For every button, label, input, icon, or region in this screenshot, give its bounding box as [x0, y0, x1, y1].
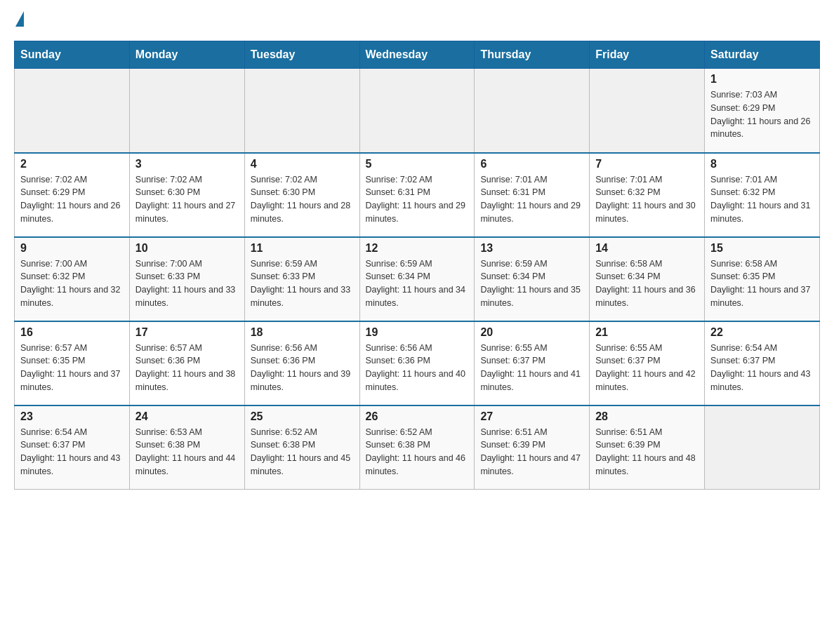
day-number: 4 [251, 158, 354, 170]
calendar-cell [244, 69, 359, 153]
day-info: Sunrise: 7:02 AMSunset: 6:30 PMDaylight:… [251, 173, 354, 226]
weekday-header-wednesday: Wednesday [359, 41, 475, 69]
day-info: Sunrise: 6:56 AMSunset: 6:36 PMDaylight:… [366, 342, 469, 394]
day-number: 5 [366, 158, 469, 170]
weekday-header-tuesday: Tuesday [244, 41, 359, 69]
day-info: Sunrise: 6:58 AMSunset: 6:34 PMDaylight:… [595, 257, 699, 310]
calendar-cell: 2Sunrise: 7:02 AMSunset: 6:29 PMDaylight… [15, 153, 130, 237]
day-info: Sunrise: 7:01 AMSunset: 6:31 PMDaylight:… [480, 173, 583, 226]
calendar-cell [590, 69, 705, 153]
weekday-header-monday: Monday [129, 41, 244, 69]
calendar-cell: 18Sunrise: 6:56 AMSunset: 6:36 PMDayligh… [244, 321, 359, 405]
calendar-cell: 11Sunrise: 6:59 AMSunset: 6:33 PMDayligh… [244, 237, 359, 321]
day-number: 7 [595, 158, 699, 170]
day-number: 16 [20, 326, 124, 339]
calendar-cell: 8Sunrise: 7:01 AMSunset: 6:32 PMDaylight… [705, 153, 820, 237]
calendar-cell: 28Sunrise: 6:51 AMSunset: 6:39 PMDayligh… [590, 405, 705, 490]
day-info: Sunrise: 7:00 AMSunset: 6:33 PMDaylight:… [135, 257, 239, 310]
weekday-header-saturday: Saturday [705, 41, 820, 69]
day-number: 9 [20, 242, 124, 255]
calendar-cell: 4Sunrise: 7:02 AMSunset: 6:30 PMDaylight… [244, 153, 359, 237]
day-number: 25 [251, 410, 354, 423]
day-info: Sunrise: 7:00 AMSunset: 6:32 PMDaylight:… [20, 257, 124, 310]
calendar-cell: 27Sunrise: 6:51 AMSunset: 6:39 PMDayligh… [475, 405, 590, 490]
day-info: Sunrise: 7:02 AMSunset: 6:29 PMDaylight:… [20, 173, 124, 226]
day-info: Sunrise: 6:59 AMSunset: 6:33 PMDaylight:… [251, 257, 354, 310]
page-header [14, 14, 820, 27]
day-number: 14 [595, 242, 699, 255]
day-number: 13 [480, 242, 583, 255]
day-number: 2 [20, 158, 124, 170]
day-number: 11 [251, 242, 354, 255]
day-info: Sunrise: 6:52 AMSunset: 6:38 PMDaylight:… [366, 426, 469, 478]
day-info: Sunrise: 6:54 AMSunset: 6:37 PMDaylight:… [710, 342, 814, 394]
calendar-cell: 17Sunrise: 6:57 AMSunset: 6:36 PMDayligh… [129, 321, 244, 405]
day-number: 24 [135, 410, 239, 423]
calendar-cell: 6Sunrise: 7:01 AMSunset: 6:31 PMDaylight… [475, 153, 590, 237]
day-number: 12 [366, 242, 469, 255]
calendar-week-5: 23Sunrise: 6:54 AMSunset: 6:37 PMDayligh… [15, 405, 820, 490]
calendar-cell: 3Sunrise: 7:02 AMSunset: 6:30 PMDaylight… [129, 153, 244, 237]
day-info: Sunrise: 6:52 AMSunset: 6:38 PMDaylight:… [251, 426, 354, 478]
weekday-header-sunday: Sunday [15, 41, 130, 69]
calendar-week-2: 2Sunrise: 7:02 AMSunset: 6:29 PMDaylight… [15, 153, 820, 237]
day-info: Sunrise: 6:51 AMSunset: 6:39 PMDaylight:… [595, 426, 699, 478]
day-number: 6 [480, 158, 583, 170]
calendar-week-4: 16Sunrise: 6:57 AMSunset: 6:35 PMDayligh… [15, 321, 820, 405]
day-info: Sunrise: 6:54 AMSunset: 6:37 PMDaylight:… [20, 426, 124, 478]
calendar-cell: 25Sunrise: 6:52 AMSunset: 6:38 PMDayligh… [244, 405, 359, 490]
day-info: Sunrise: 7:02 AMSunset: 6:30 PMDaylight:… [135, 173, 239, 226]
day-info: Sunrise: 6:55 AMSunset: 6:37 PMDaylight:… [480, 342, 583, 394]
calendar-cell: 10Sunrise: 7:00 AMSunset: 6:33 PMDayligh… [129, 237, 244, 321]
day-info: Sunrise: 6:59 AMSunset: 6:34 PMDaylight:… [480, 257, 583, 310]
calendar-cell [15, 69, 130, 153]
day-number: 27 [480, 410, 583, 423]
day-number: 10 [135, 242, 239, 255]
day-info: Sunrise: 6:56 AMSunset: 6:36 PMDaylight:… [251, 342, 354, 394]
calendar-cell: 21Sunrise: 6:55 AMSunset: 6:37 PMDayligh… [590, 321, 705, 405]
logo [14, 14, 24, 27]
calendar-cell: 14Sunrise: 6:58 AMSunset: 6:34 PMDayligh… [590, 237, 705, 321]
day-number: 3 [135, 158, 239, 170]
day-number: 8 [710, 158, 814, 170]
calendar-cell: 7Sunrise: 7:01 AMSunset: 6:32 PMDaylight… [590, 153, 705, 237]
calendar-cell [705, 405, 820, 490]
day-number: 21 [595, 326, 699, 339]
calendar-cell [359, 69, 475, 153]
calendar-cell: 13Sunrise: 6:59 AMSunset: 6:34 PMDayligh… [475, 237, 590, 321]
calendar-week-1: 1Sunrise: 7:03 AMSunset: 6:29 PMDaylight… [15, 69, 820, 153]
calendar-cell: 15Sunrise: 6:58 AMSunset: 6:35 PMDayligh… [705, 237, 820, 321]
day-info: Sunrise: 6:53 AMSunset: 6:38 PMDaylight:… [135, 426, 239, 478]
weekday-header-thursday: Thursday [475, 41, 590, 69]
weekday-header-row: SundayMondayTuesdayWednesdayThursdayFrid… [15, 41, 820, 69]
day-info: Sunrise: 7:01 AMSunset: 6:32 PMDaylight:… [710, 173, 814, 226]
logo-triangle-icon [15, 11, 24, 27]
day-number: 1 [710, 73, 814, 86]
calendar-week-3: 9Sunrise: 7:00 AMSunset: 6:32 PMDaylight… [15, 237, 820, 321]
calendar-cell: 26Sunrise: 6:52 AMSunset: 6:38 PMDayligh… [359, 405, 475, 490]
day-number: 20 [480, 326, 583, 339]
calendar-cell: 1Sunrise: 7:03 AMSunset: 6:29 PMDaylight… [705, 69, 820, 153]
calendar-cell: 20Sunrise: 6:55 AMSunset: 6:37 PMDayligh… [475, 321, 590, 405]
day-number: 28 [595, 410, 699, 423]
day-number: 17 [135, 326, 239, 339]
day-info: Sunrise: 7:01 AMSunset: 6:32 PMDaylight:… [595, 173, 699, 226]
calendar-cell: 19Sunrise: 6:56 AMSunset: 6:36 PMDayligh… [359, 321, 475, 405]
weekday-header-friday: Friday [590, 41, 705, 69]
day-number: 26 [366, 410, 469, 423]
day-number: 22 [710, 326, 814, 339]
day-info: Sunrise: 6:57 AMSunset: 6:36 PMDaylight:… [135, 342, 239, 394]
day-info: Sunrise: 6:59 AMSunset: 6:34 PMDaylight:… [366, 257, 469, 310]
day-number: 23 [20, 410, 124, 423]
day-info: Sunrise: 7:03 AMSunset: 6:29 PMDaylight:… [710, 88, 814, 141]
day-info: Sunrise: 6:57 AMSunset: 6:35 PMDaylight:… [20, 342, 124, 394]
day-info: Sunrise: 6:51 AMSunset: 6:39 PMDaylight:… [480, 426, 583, 478]
calendar-cell: 24Sunrise: 6:53 AMSunset: 6:38 PMDayligh… [129, 405, 244, 490]
calendar-table: SundayMondayTuesdayWednesdayThursdayFrid… [14, 41, 820, 490]
day-info: Sunrise: 6:58 AMSunset: 6:35 PMDaylight:… [710, 257, 814, 310]
day-number: 18 [251, 326, 354, 339]
calendar-cell: 9Sunrise: 7:00 AMSunset: 6:32 PMDaylight… [15, 237, 130, 321]
calendar-cell [129, 69, 244, 153]
calendar-cell: 22Sunrise: 6:54 AMSunset: 6:37 PMDayligh… [705, 321, 820, 405]
calendar-cell: 5Sunrise: 7:02 AMSunset: 6:31 PMDaylight… [359, 153, 475, 237]
